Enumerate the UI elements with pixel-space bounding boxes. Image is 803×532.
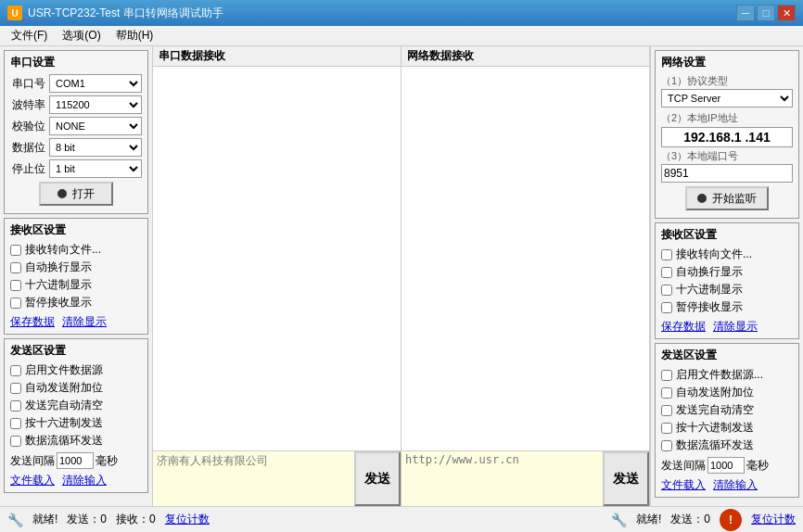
protocol-select[interactable]: TCP Server: [661, 89, 793, 108]
baud-select[interactable]: 115200: [49, 95, 142, 114]
r-recv-opt-0: 接收转向文件...: [661, 247, 793, 262]
serial-settings-section: 串口设置 串口号 COM1 波特率 115200 校验位 NONE 数: [4, 50, 148, 214]
r-recv-label-1: 自动换行显示: [676, 264, 743, 280]
left-send-button[interactable]: 发送: [354, 451, 401, 506]
r-send-checkbox-4[interactable]: [661, 440, 672, 451]
center-top: 串口数据接收 网络数据接收: [153, 46, 650, 450]
send-checkbox-3[interactable]: [10, 418, 21, 429]
recv-links: 保存数据 清除显示: [10, 314, 142, 330]
window-title: USR-TCP232-Test 串口转网络调试助手: [28, 6, 223, 21]
menu-options[interactable]: 选项(O): [55, 26, 108, 45]
r-send-opt-2: 发送完自动清空: [661, 402, 793, 418]
r-save-data-link[interactable]: 保存数据: [661, 319, 706, 335]
start-listen-button[interactable]: 开始监听: [685, 186, 769, 210]
send-label-1: 自动发送附加位: [25, 380, 103, 396]
right-send-area: 发送: [402, 451, 650, 506]
stopbit-select[interactable]: 1 bit: [49, 159, 142, 178]
parity-row: 校验位 NONE: [10, 117, 142, 135]
maximize-button[interactable]: □: [757, 5, 775, 21]
r-send-label-0: 启用文件数据源...: [676, 367, 763, 383]
r-send-checkbox-2[interactable]: [661, 405, 672, 416]
left-status-text: 就绪!: [32, 512, 57, 527]
send-checkbox-4[interactable]: [10, 436, 21, 447]
network-data-content: [402, 67, 649, 450]
left-status-icon: 🔧: [7, 513, 23, 527]
send-checkbox-2[interactable]: [10, 400, 21, 412]
left-send-settings-section: 发送区设置 启用文件数据源 自动发送附加位 发送完自动清空 按十六进制发送 数据…: [4, 338, 148, 493]
left-send-count: 发送：0: [67, 512, 107, 527]
center-area: 串口数据接收 网络数据接收 发送 发送: [153, 46, 650, 506]
right-send-count: 发送：0: [670, 512, 710, 527]
r-recv-label-3: 暂停接收显示: [676, 299, 743, 315]
r-recv-checkbox-2[interactable]: [661, 285, 672, 296]
port-select[interactable]: COM1: [49, 74, 142, 93]
r-clear-display-link[interactable]: 清除显示: [713, 319, 758, 335]
r-send-checkbox-0[interactable]: [661, 370, 672, 381]
r-send-opt-0: 启用文件数据源...: [661, 367, 793, 383]
recv-checkbox-1[interactable]: [10, 262, 21, 273]
send-opt-4: 数据流循环发送: [10, 433, 142, 449]
r-recv-checkbox-3[interactable]: [661, 302, 672, 313]
recv-checkbox-0[interactable]: [10, 245, 21, 256]
right-panel: 网络设置 （1）协议类型 TCP Server （2）本地IP地址 192.16…: [650, 46, 803, 506]
databit-select[interactable]: 8 bit: [49, 138, 142, 157]
r-recv-links: 保存数据 清除显示: [661, 319, 793, 335]
databit-label: 数据位: [10, 140, 45, 156]
right-receive-settings-section: 接收区设置 接收转向文件... 自动换行显示 十六进制显示 暂停接收显示 保存数…: [655, 222, 799, 339]
send-checkbox-1[interactable]: [10, 383, 21, 394]
r-recv-checkbox-0[interactable]: [661, 249, 672, 260]
ip-display: 192.168.1 .141: [661, 127, 793, 147]
port-label-net: （3）本地端口号: [661, 149, 793, 163]
title-controls: ─ □ ✕: [736, 5, 796, 21]
right-reset-count[interactable]: 复位计数: [751, 512, 796, 527]
right-send-button[interactable]: 发送: [603, 451, 649, 506]
r-file-load-link[interactable]: 文件载入: [661, 477, 706, 493]
databit-row: 数据位 8 bit: [10, 138, 142, 157]
left-send-area: 发送: [153, 451, 402, 506]
protocol-label: （1）协议类型: [661, 74, 793, 88]
serial-data-title: 串口数据接收: [153, 46, 401, 67]
send-links: 文件载入 清除输入: [10, 473, 142, 488]
r-recv-label-2: 十六进制显示: [676, 282, 743, 298]
recv-opt-2: 十六进制显示: [10, 277, 142, 293]
clear-input-link[interactable]: 清除输入: [62, 473, 107, 488]
left-reset-count[interactable]: 复位计数: [165, 512, 210, 527]
port-input[interactable]: 8951: [661, 164, 793, 183]
menu-file[interactable]: 文件(F): [4, 26, 55, 45]
app-icon: U: [7, 6, 22, 20]
open-radio-icon: [57, 189, 67, 198]
listen-radio-icon: [697, 194, 707, 203]
r-send-label-4: 数据流循环发送: [676, 437, 754, 453]
r-send-checkbox-3[interactable]: [661, 423, 672, 434]
send-checkbox-0[interactable]: [10, 365, 21, 376]
recv-checkbox-2[interactable]: [10, 280, 21, 291]
r-recv-checkbox-1[interactable]: [661, 267, 672, 278]
save-data-link[interactable]: 保存数据: [10, 314, 55, 330]
parity-select[interactable]: NONE: [49, 117, 142, 135]
left-send-input[interactable]: [153, 451, 354, 506]
r-clear-input-link[interactable]: 清除输入: [713, 477, 758, 493]
r-recv-opt-1: 自动换行显示: [661, 264, 793, 280]
minimize-button[interactable]: ─: [736, 5, 755, 21]
recv-label-1: 自动换行显示: [25, 260, 92, 275]
send-label-2: 发送完自动清空: [25, 398, 103, 413]
menu-bar: 文件(F) 选项(O) 帮助(H): [0, 26, 803, 46]
right-send-settings-section: 发送区设置 启用文件数据源... 自动发送附加位 发送完自动清空 按十六进制发送…: [655, 343, 799, 498]
right-send-input[interactable]: [402, 451, 603, 506]
r-interval-input[interactable]: 1000: [707, 457, 745, 474]
interval-input[interactable]: 1000: [57, 452, 94, 469]
left-panel: 串口设置 串口号 COM1 波特率 115200 校验位 NONE 数: [0, 46, 153, 506]
r-send-checkbox-1[interactable]: [661, 387, 672, 399]
recv-label-0: 接收转向文件...: [25, 242, 101, 258]
recv-checkbox-3[interactable]: [10, 298, 21, 309]
ip-label: （2）本地IP地址: [661, 111, 793, 125]
open-serial-button[interactable]: 打开: [39, 182, 113, 206]
menu-help[interactable]: 帮助(H): [108, 26, 161, 45]
right-send-title: 发送区设置: [661, 348, 793, 363]
open-label: 打开: [72, 186, 95, 202]
right-receive-title: 接收区设置: [661, 227, 793, 243]
file-load-link[interactable]: 文件载入: [10, 473, 55, 488]
clear-display-link[interactable]: 清除显示: [62, 314, 107, 330]
start-label: 开始监听: [712, 191, 757, 207]
close-button[interactable]: ✕: [777, 5, 796, 21]
